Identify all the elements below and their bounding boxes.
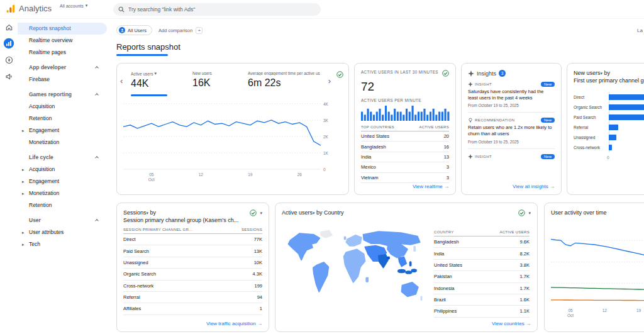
sidebar-section-games-reporting[interactable]: Games reporting — [18, 89, 107, 101]
audience-chip-all-users[interactable]: All Users — [116, 25, 152, 35]
card-metric[interactable]: Sessions — [123, 209, 147, 216]
sidebar-item-games-acquisition[interactable]: Acquisition — [18, 101, 107, 113]
account-switcher[interactable]: All accounts ▾ — [60, 3, 87, 8]
sidebar-item-tech[interactable]: ▸Tech — [18, 238, 107, 250]
table-row: United States20 — [361, 131, 449, 142]
table-row: Bangladesh16 — [361, 142, 449, 152]
metric-label: Average engagement time per active us — [248, 71, 320, 75]
card-metric[interactable]: Active users — [282, 209, 313, 216]
sidebar-item-label: Firebase — [29, 76, 50, 82]
arrow-right-icon: → — [526, 321, 531, 326]
channel-bar — [609, 104, 644, 110]
search-input[interactable] — [128, 6, 316, 13]
sidebar-item-firebase[interactable]: Firebase — [18, 74, 107, 86]
table-row: Organic Search4.3K — [123, 269, 262, 280]
table-row: Brazil1.6K — [434, 294, 530, 306]
users-per-minute-bar-chart — [361, 104, 450, 121]
insight-text: Retain users who are 1.2x more likely to… — [468, 125, 555, 137]
user-activity-card: User activity over time 05Oct1219 — [544, 203, 644, 332]
divider — [468, 148, 555, 149]
analytics-app: Analytics All accounts ▾ — [0, 0, 644, 334]
app-name: Analytics — [19, 4, 52, 13]
table-row: Mexico3 — [361, 162, 449, 172]
sidebar-item-label: Monetization — [29, 190, 59, 196]
sidebar-item-games-retention[interactable]: Retention — [18, 113, 107, 125]
explore-icon[interactable] — [0, 52, 18, 68]
sidebar-item-engagement[interactable]: ▸Engagement — [18, 175, 107, 187]
sidebar-item-realtime-pages[interactable]: Realtime pages — [18, 47, 107, 58]
expand-icon: ▸ — [22, 125, 25, 136]
data-quality-icon[interactable] — [442, 70, 449, 77]
sidebar: Reports snapshot Realtime overview Realt… — [18, 19, 107, 334]
view-all-insights-link[interactable]: View all insights → — [513, 184, 555, 189]
channel-name: Cross-network — [123, 283, 153, 289]
axis-zero-label: 0 — [607, 155, 609, 160]
add-comparison-button[interactable]: Add comparison + — [158, 27, 203, 34]
home-icon[interactable] — [0, 19, 18, 35]
view-realtime-link[interactable]: View realtime → — [413, 184, 449, 189]
link-label: View all insights — [513, 184, 548, 189]
sidebar-item-realtime-overview[interactable]: Realtime overview — [18, 35, 107, 47]
data-quality-icon[interactable] — [336, 71, 343, 78]
svg-text:05: 05 — [149, 172, 154, 177]
insight-item[interactable]: INSIGHT New Saturdays have consistently … — [468, 82, 555, 108]
country-name: Philippines — [434, 308, 457, 314]
view-traffic-acquisition-link[interactable]: View traffic acquisition → — [206, 321, 262, 326]
country-name: United States — [434, 262, 462, 268]
table-row: Vietnam3 — [361, 173, 449, 183]
card-metric[interactable]: New users — [574, 70, 601, 76]
channel-bar-row: Paid Search — [574, 112, 644, 122]
data-quality-icon[interactable] — [518, 209, 525, 216]
link-label: View countries — [492, 321, 525, 326]
view-countries-link[interactable]: View countries → — [492, 321, 531, 326]
carousel-prev-button[interactable]: ‹ — [120, 76, 123, 86]
sidebar-section-user[interactable]: User — [18, 214, 107, 226]
sidebar-item-user-attributes[interactable]: ▸User attributes — [18, 226, 107, 238]
analytics-logo[interactable]: Analytics — [6, 4, 52, 13]
card-dimension[interactable]: Session primary channel group (Kasem's c… — [123, 217, 255, 223]
metric-tab-avg-engagement-time[interactable]: Average engagement time per active us 6m… — [248, 71, 320, 89]
insight-item[interactable]: INSIGHT New — [468, 154, 555, 159]
comparison-chips: All Users Add comparison + — [116, 25, 203, 35]
table-row: Direct77K — [123, 234, 262, 245]
channel-value: 77K — [254, 237, 262, 242]
channel-label: Direct — [574, 95, 609, 99]
date-range-picker[interactable]: La — [637, 28, 643, 33]
sidebar-item-label: Tech — [29, 241, 40, 247]
metric-tab-active-users[interactable]: Active users▾ 44K — [131, 71, 184, 89]
sidebar-section-life-cycle[interactable]: Life cycle — [18, 152, 107, 164]
sidebar-item-games-engagement[interactable]: ▸Engagement — [18, 125, 107, 136]
channel-value: 94 — [257, 294, 262, 300]
sidebar-item-monetization[interactable]: ▸Monetization — [18, 187, 107, 199]
channel-bar — [609, 94, 644, 100]
country-value: 1.6K — [520, 297, 530, 303]
realtime-active-users-value: 72 — [361, 80, 449, 94]
metrics-trend-card: ‹ › Active users▾ 44K New users 16K Aver… — [116, 63, 349, 195]
channel-name: Organic Search — [123, 271, 156, 277]
insight-item[interactable]: RECOMMENDATION New Retain users who are … — [468, 118, 555, 143]
sidebar-section-app-developer[interactable]: App developer — [18, 62, 107, 74]
sessions-card: Sessions▾ by Session primary channel gro… — [116, 203, 269, 332]
card-dimension[interactable]: First user primary channel group — [574, 77, 644, 84]
insights-header: Insights 3 — [468, 70, 555, 77]
sidebar-item-label: Acquisition — [29, 103, 55, 109]
advertising-icon[interactable] — [0, 68, 18, 84]
sidebar-item-retention[interactable]: Retention — [18, 199, 107, 211]
sidebar-item-acquisition[interactable]: ▸Acquisition — [18, 164, 107, 175]
sidebar-item-label: Monetization — [29, 139, 59, 145]
metric-tab-new-users[interactable]: New users 16K — [192, 71, 239, 89]
card-menu-icon[interactable]: ▾ — [260, 211, 262, 216]
metric-tabs: Active users▾ 44K New users 16K Average … — [131, 71, 329, 89]
svg-text:19: 19 — [636, 308, 641, 313]
sidebar-item-games-monetization[interactable]: Monetization — [18, 136, 107, 148]
column-header: ACTIVE USERS — [499, 230, 530, 234]
data-quality-icon[interactable] — [250, 209, 257, 216]
realtime-title: ACTIVE USERS IN LAST 30 MINUTES — [361, 70, 438, 74]
search-bar[interactable] — [113, 3, 321, 16]
sidebar-item-label: Retention — [29, 115, 52, 121]
card-menu-icon[interactable]: ▾ — [528, 211, 531, 216]
insights-card: Insights 3 INSIGHT New Saturdays have co… — [461, 63, 562, 195]
sidebar-item-reports-snapshot[interactable]: Reports snapshot — [18, 23, 107, 35]
reports-icon[interactable] — [0, 35, 18, 52]
card-title: New users▾ by — [574, 70, 644, 76]
